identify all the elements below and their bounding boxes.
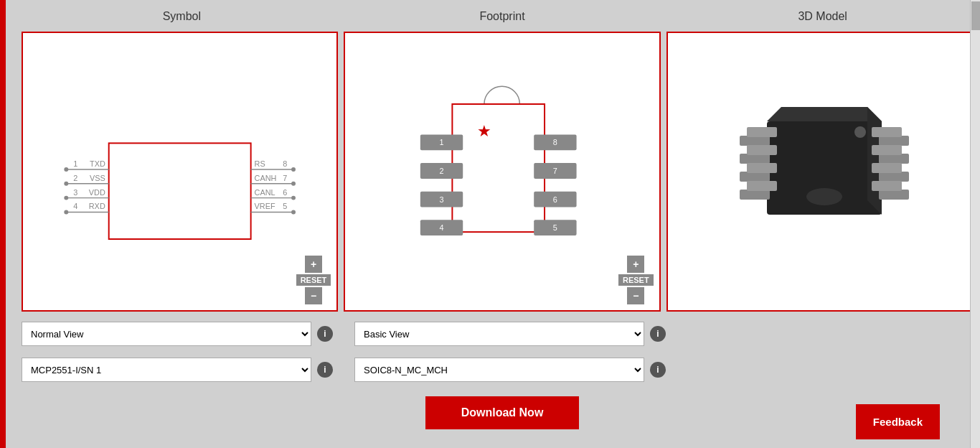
svg-text:7: 7	[553, 167, 557, 175]
svg-text:TXD: TXD	[90, 159, 105, 168]
svg-point-14	[64, 210, 68, 214]
svg-point-6	[64, 182, 68, 186]
svg-point-26	[291, 196, 296, 200]
svg-text:6: 6	[283, 188, 287, 197]
footprint-svg: ★ 1 2 3 4 8 7 6 5	[345, 33, 659, 310]
left-accent-border	[0, 0, 6, 448]
svg-text:RS: RS	[255, 159, 265, 168]
svg-text:VREF: VREF	[255, 202, 275, 210]
svg-rect-59	[879, 154, 909, 164]
svg-rect-67	[872, 145, 902, 155]
svg-point-10	[64, 196, 68, 200]
footprint-zoom-controls: + RESET −	[618, 256, 654, 304]
svg-rect-61	[879, 190, 909, 200]
svg-text:4: 4	[73, 202, 77, 210]
svg-point-2	[64, 167, 68, 172]
svg-text:8: 8	[283, 159, 287, 168]
symbol-zoom-controls: + RESET −	[296, 256, 331, 304]
footprint-view-group: Basic View i	[354, 319, 666, 349]
svg-point-70	[854, 126, 866, 138]
svg-point-30	[291, 210, 296, 214]
svg-text:3: 3	[73, 188, 77, 197]
footprint-part-group: SOIC8-N_MC_MCH i	[354, 355, 666, 385]
svg-text:CANH: CANH	[255, 174, 277, 182]
svg-rect-65	[747, 181, 777, 191]
svg-text:4: 4	[440, 223, 444, 232]
model3d-content	[668, 33, 980, 310]
svg-text:★: ★	[477, 122, 491, 140]
svg-text:1: 1	[73, 159, 77, 168]
footprint-part-select[interactable]: SOIC8-N_MC_MCH	[354, 358, 644, 382]
svg-rect-33	[453, 104, 545, 232]
symbol-view-group: Normal View i	[22, 319, 333, 349]
footprint-zoom-out-button[interactable]: −	[627, 287, 644, 304]
svg-rect-64	[747, 163, 777, 173]
symbol-part-group: MCP2551-I/SN 1 i	[22, 355, 333, 385]
footprint-panel: ★ 1 2 3 4 8 7 6 5	[344, 32, 660, 312]
svg-rect-60	[879, 172, 909, 182]
svg-text:8: 8	[553, 138, 557, 146]
svg-text:5: 5	[283, 202, 287, 210]
scrollbar[interactable]	[970, 0, 980, 448]
feedback-button[interactable]: Feedback	[856, 404, 940, 439]
footprint-view-info-button[interactable]: i	[650, 326, 666, 342]
controls-row-2: MCP2551-I/SN 1 i SOIC8-N_MC_MCH i	[22, 355, 980, 385]
svg-text:5: 5	[553, 223, 557, 232]
svg-text:CANL: CANL	[255, 188, 275, 197]
svg-rect-55	[740, 154, 770, 164]
panels-row: TXD 1 VSS 2 VDD 3 RXD 4	[22, 32, 980, 312]
model3d-panel	[666, 32, 980, 312]
svg-point-71	[806, 188, 842, 205]
symbol-header: Symbol	[22, 7, 342, 26]
symbol-view-select[interactable]: Normal View	[22, 322, 311, 346]
bottom-row: Download Now Feedback	[22, 396, 980, 429]
svg-rect-62	[747, 127, 777, 137]
svg-rect-66	[872, 127, 902, 137]
footprint-header: Footprint	[342, 7, 663, 26]
svg-text:RXD: RXD	[89, 202, 105, 210]
svg-rect-68	[872, 163, 902, 173]
svg-rect-69	[872, 181, 902, 191]
symbol-zoom-in-button[interactable]: +	[305, 256, 322, 273]
header-row: Symbol Footprint 3D Model	[22, 7, 980, 26]
symbol-part-select[interactable]: MCP2551-I/SN 1	[22, 358, 311, 382]
symbol-zoom-out-button[interactable]: −	[305, 287, 322, 304]
model3d-placeholder2	[672, 355, 980, 385]
svg-text:1: 1	[440, 138, 444, 146]
svg-text:7: 7	[283, 174, 287, 182]
svg-rect-63	[747, 145, 777, 155]
svg-point-18	[291, 167, 296, 172]
model3d-header: 3D Model	[662, 7, 980, 26]
scrollbar-thumb[interactable]	[971, 1, 980, 30]
download-now-button[interactable]: Download Now	[425, 396, 580, 429]
svg-point-22	[291, 182, 296, 186]
model3d-svg	[710, 64, 939, 279]
footprint-view-select[interactable]: Basic View	[354, 322, 644, 346]
svg-marker-52	[767, 107, 882, 121]
footprint-part-info-button[interactable]: i	[650, 362, 666, 378]
svg-text:VDD: VDD	[89, 188, 105, 197]
symbol-reset-button[interactable]: RESET	[296, 274, 331, 286]
svg-text:VSS: VSS	[90, 174, 105, 182]
svg-rect-54	[740, 136, 770, 146]
model3d-placeholder	[672, 319, 980, 349]
symbol-panel: TXD 1 VSS 2 VDD 3 RXD 4	[22, 32, 338, 312]
symbol-svg: TXD 1 VSS 2 VDD 3 RXD 4	[23, 33, 336, 310]
svg-rect-56	[740, 172, 770, 182]
spacer2	[339, 355, 349, 385]
svg-text:3: 3	[440, 195, 444, 204]
spacer	[339, 319, 349, 349]
svg-rect-58	[879, 136, 909, 146]
controls-row-1: Normal View i Basic View i	[22, 319, 980, 349]
symbol-part-info-button[interactable]: i	[317, 362, 333, 378]
svg-rect-0	[109, 143, 251, 239]
footprint-zoom-in-button[interactable]: +	[627, 256, 644, 273]
svg-rect-57	[740, 190, 770, 200]
svg-text:2: 2	[440, 167, 444, 175]
svg-text:2: 2	[73, 174, 77, 182]
footprint-reset-button[interactable]: RESET	[618, 274, 654, 286]
symbol-view-info-button[interactable]: i	[317, 326, 333, 342]
svg-text:6: 6	[553, 195, 557, 204]
